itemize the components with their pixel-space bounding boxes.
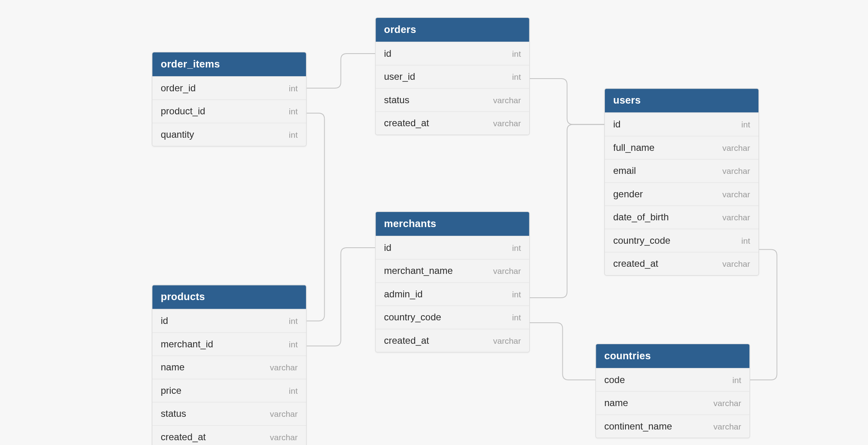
column-name: quantity xyxy=(161,129,194,140)
column-type: int xyxy=(289,339,298,349)
table-merchants[interactable]: merchantsidintmerchant_namevarcharadmin_… xyxy=(375,212,530,353)
column-name: name xyxy=(604,398,628,408)
column-row[interactable]: country_codeint xyxy=(605,229,758,252)
column-name: created_at xyxy=(384,118,429,129)
column-type: int xyxy=(512,49,521,58)
column-name: order_id xyxy=(161,83,196,94)
column-row[interactable]: order_idint xyxy=(152,76,306,100)
column-row[interactable]: date_of_birthvarchar xyxy=(605,206,758,229)
relationship-line xyxy=(307,113,325,321)
column-row[interactable]: created_atvarchar xyxy=(376,329,529,352)
table-header[interactable]: merchants xyxy=(376,212,529,236)
column-name: price xyxy=(161,385,181,396)
column-row[interactable]: full_namevarchar xyxy=(605,136,758,159)
column-name: id xyxy=(161,316,168,326)
column-type: int xyxy=(512,72,521,82)
column-type: varchar xyxy=(270,409,298,419)
table-users[interactable]: usersidintfull_namevarcharemailvarcharge… xyxy=(604,88,759,276)
column-row[interactable]: idint xyxy=(376,42,529,65)
column-row[interactable]: codeint xyxy=(596,368,750,391)
column-row[interactable]: gendervarchar xyxy=(605,182,758,206)
column-name: id xyxy=(384,243,392,253)
column-type: int xyxy=(289,83,298,93)
column-name: date_of_birth xyxy=(613,212,669,223)
column-name: status xyxy=(161,408,186,419)
column-type: int xyxy=(741,236,750,245)
column-row[interactable]: idint xyxy=(376,236,529,259)
column-type: int xyxy=(741,120,750,129)
column-row[interactable]: priceint xyxy=(152,379,306,402)
column-name: created_at xyxy=(613,258,658,269)
column-row[interactable]: idint xyxy=(605,113,758,136)
column-type: int xyxy=(732,375,741,385)
column-row[interactable]: created_atvarchar xyxy=(152,425,306,445)
column-row[interactable]: country_codeint xyxy=(376,306,529,329)
column-name: country_code xyxy=(384,312,441,323)
relationship-line xyxy=(307,248,375,346)
column-type: int xyxy=(512,313,521,322)
column-type: varchar xyxy=(722,259,750,269)
table-header[interactable]: products xyxy=(152,285,306,309)
column-type: varchar xyxy=(713,399,741,408)
column-type: varchar xyxy=(270,432,298,442)
column-row[interactable]: created_atvarchar xyxy=(376,112,529,135)
column-name: continent_name xyxy=(604,421,672,432)
relationship-line xyxy=(530,79,604,125)
column-name: name xyxy=(161,362,185,373)
column-row[interactable]: product_idint xyxy=(152,100,306,123)
relationship-line xyxy=(307,54,375,88)
column-row[interactable]: namevarchar xyxy=(152,356,306,379)
column-name: code xyxy=(604,375,625,385)
column-type: int xyxy=(289,130,298,139)
relationship-line xyxy=(530,125,604,298)
column-type: varchar xyxy=(722,166,750,176)
column-row[interactable]: statusvarchar xyxy=(152,402,306,426)
column-name: country_code xyxy=(613,235,670,246)
column-name: full_name xyxy=(613,143,654,153)
column-type: varchar xyxy=(493,266,521,276)
column-row[interactable]: merchant_namevarchar xyxy=(376,259,529,283)
column-name: email xyxy=(613,166,636,176)
column-name: merchant_id xyxy=(161,339,213,350)
column-name: product_id xyxy=(161,106,205,117)
column-name: id xyxy=(613,119,621,130)
column-type: int xyxy=(289,316,298,326)
column-type: varchar xyxy=(493,119,521,128)
table-header[interactable]: users xyxy=(605,89,758,113)
column-row[interactable]: continent_namevarchar xyxy=(596,414,750,438)
column-row[interactable]: admin_idint xyxy=(376,282,529,306)
column-row[interactable]: created_atvarchar xyxy=(605,252,758,275)
column-type: int xyxy=(289,386,298,395)
column-name: admin_id xyxy=(384,289,423,300)
er-diagram-canvas[interactable]: order_itemsorder_idintproduct_idintquant… xyxy=(0,0,868,445)
table-order_items[interactable]: order_itemsorder_idintproduct_idintquant… xyxy=(152,52,307,147)
column-type: varchar xyxy=(713,422,741,431)
column-type: varchar xyxy=(722,213,750,222)
table-header[interactable]: countries xyxy=(596,344,750,368)
column-row[interactable]: user_idint xyxy=(376,65,529,89)
column-row[interactable]: statusvarchar xyxy=(376,88,529,112)
column-row[interactable]: quantityint xyxy=(152,123,306,146)
column-type: varchar xyxy=(493,95,521,105)
column-type: varchar xyxy=(270,363,298,372)
column-name: id xyxy=(384,48,392,59)
column-row[interactable]: namevarchar xyxy=(596,391,750,415)
relationship-line xyxy=(530,323,595,380)
column-type: varchar xyxy=(493,336,521,345)
column-name: gender xyxy=(613,189,643,200)
table-countries[interactable]: countriescodeintnamevarcharcontinent_nam… xyxy=(595,344,750,439)
column-type: varchar xyxy=(722,143,750,152)
table-orders[interactable]: ordersidintuser_idintstatusvarcharcreate… xyxy=(375,17,530,135)
column-type: varchar xyxy=(722,189,750,199)
column-type: int xyxy=(289,107,298,116)
table-header[interactable]: order_items xyxy=(152,52,306,76)
column-name: merchant_name xyxy=(384,266,453,276)
column-row[interactable]: emailvarchar xyxy=(605,159,758,183)
column-row[interactable]: idint xyxy=(152,309,306,333)
column-name: created_at xyxy=(384,335,429,346)
column-name: user_id xyxy=(384,71,416,82)
table-products[interactable]: productsidintmerchant_idintnamevarcharpr… xyxy=(152,285,307,445)
table-header[interactable]: orders xyxy=(376,18,529,42)
column-row[interactable]: merchant_idint xyxy=(152,332,306,356)
column-type: int xyxy=(512,289,521,299)
